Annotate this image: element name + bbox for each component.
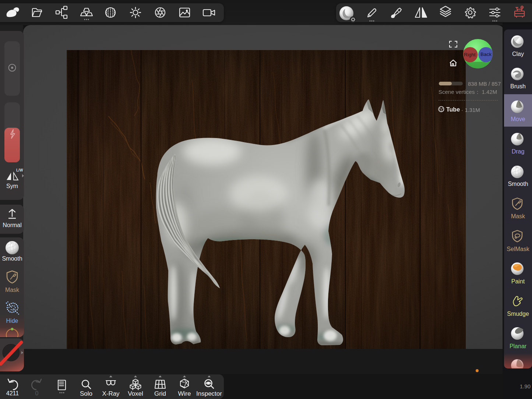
svg-text:L/W: L/W: [16, 168, 23, 172]
svg-text:Right: Right: [464, 52, 476, 57]
svg-text:Back: Back: [480, 52, 492, 57]
